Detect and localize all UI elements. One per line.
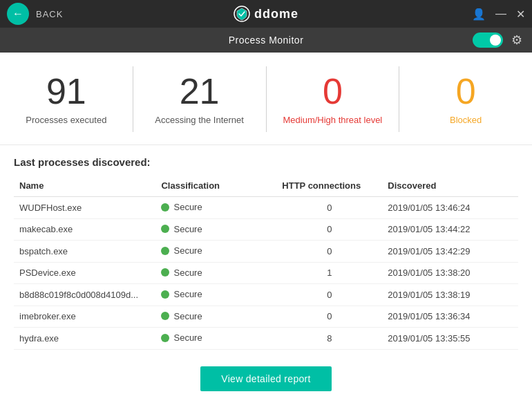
stat-label-blocked: Blocked [450,115,482,125]
table-header-row: Name Classification HTTP connections Dis… [14,176,518,197]
titlebar-actions: 👤 — ✕ [472,8,525,21]
minimize-icon[interactable]: — [495,8,506,20]
cell-discovered: 2019/01/05 13:42:29 [382,241,518,263]
cell-http: 0 [276,197,382,219]
table-row: PSDevice.exe Secure12019/01/05 13:38:20 [14,262,518,284]
cell-classification: Secure [155,306,276,328]
logo-area: ddome [234,6,298,22]
green-dot-icon [161,247,169,255]
cell-discovered: 2019/01/05 13:38:19 [382,284,518,306]
cell-http: 8 [276,328,382,350]
subtitlebar-title: Process Monitor [229,35,304,46]
processes-table: Name Classification HTTP connections Dis… [14,176,518,350]
stat-label-threat: Medium/High threat level [283,115,382,125]
user-icon[interactable]: 👤 [472,8,486,21]
secure-badge: Secure [161,202,202,212]
cell-name: b8d88c019f8c0d008d4109d... [14,284,155,306]
cell-classification: Secure [155,262,276,284]
logo-icon [234,6,250,22]
cell-http: 0 [276,241,382,263]
green-dot-icon [161,334,169,342]
stats-row: 91 Processes executed 21 Accessing the I… [0,53,532,145]
stat-processes-executed: 91 Processes executed [0,66,133,132]
subtitlebar-actions: ⚙ [473,32,522,48]
stat-number-internet: 21 [180,73,220,109]
secure-badge: Secure [161,311,202,321]
stat-label-internet: Accessing the Internet [155,115,244,125]
table-row: imebroker.exe Secure02019/01/05 13:36:34 [14,306,518,328]
gear-icon[interactable]: ⚙ [511,32,522,48]
cell-discovered: 2019/01/05 13:36:34 [382,306,518,328]
cell-name: PSDevice.exe [14,262,155,284]
stat-blocked: 0 Blocked [399,66,532,132]
col-header-name: Name [14,176,155,197]
cell-classification: Secure [155,241,276,263]
cell-name: makecab.exe [14,218,155,241]
toggle-knob [490,35,501,46]
col-header-discovered: Discovered [382,176,518,197]
green-dot-icon [161,225,169,233]
green-dot-icon [161,312,169,320]
col-header-http: HTTP connections [276,176,382,197]
cell-discovered: 2019/01/05 13:35:55 [382,328,518,350]
cell-http: 1 [276,262,382,284]
secure-badge: Secure [161,289,202,299]
back-button[interactable]: ← [7,3,29,25]
stat-number-threat: 0 [323,73,343,109]
toggle-switch[interactable] [473,32,503,48]
cell-name: imebroker.exe [14,306,155,328]
section-title: Last processes discovered: [14,156,518,168]
table-row: makecab.exe Secure02019/01/05 13:44:22 [14,218,518,241]
cell-http: 0 [276,284,382,306]
cell-http: 0 [276,306,382,328]
processes-section: Last processes discovered: Name Classifi… [0,145,532,357]
stat-accessing-internet: 21 Accessing the Internet [133,66,267,132]
back-arrow-icon: ← [12,8,23,20]
cell-discovered: 2019/01/05 13:46:24 [382,197,518,219]
stat-number-blocked: 0 [456,73,476,109]
stat-label-processes: Processes executed [26,115,106,125]
cell-http: 0 [276,218,382,241]
cell-discovered: 2019/01/05 13:44:22 [382,218,518,241]
cell-name: bspatch.exe [14,241,155,263]
secure-badge: Secure [161,268,202,278]
table-row: bspatch.exe Secure02019/01/05 13:42:29 [14,241,518,263]
cell-name: hydra.exe [14,328,155,350]
close-icon[interactable]: ✕ [516,8,525,21]
back-label: BACK [36,9,63,19]
green-dot-icon [161,290,169,299]
cell-name: WUDFHost.exe [14,197,155,219]
cell-classification: Secure [155,197,276,219]
cell-classification: Secure [155,284,276,306]
table-row: hydra.exe Secure82019/01/05 13:35:55 [14,328,518,350]
secure-badge: Secure [161,224,202,234]
green-dot-icon [161,203,169,212]
stat-number-processes: 91 [46,73,86,109]
cell-discovered: 2019/01/05 13:38:20 [382,262,518,284]
stat-threat-level: 0 Medium/High threat level [267,66,400,132]
cell-classification: Secure [155,328,276,350]
secure-badge: Secure [161,245,202,256]
table-row: b8d88c019f8c0d008d4109d... Secure02019/0… [14,284,518,306]
col-header-classification: Classification [155,176,276,197]
cell-classification: Secure [155,218,276,241]
logo-text: ddome [254,7,298,21]
view-report-button[interactable]: View detailed report [200,366,331,391]
bottom-area: View detailed report [0,357,532,395]
green-dot-icon [161,268,169,276]
secure-badge: Secure [161,332,202,343]
table-row: WUDFHost.exe Secure02019/01/05 13:46:24 [14,197,518,219]
titlebar: ← BACK ddome 👤 — ✕ [0,0,532,28]
subtitlebar: Process Monitor ⚙ [0,28,532,53]
main-content: 91 Processes executed 21 Accessing the I… [0,53,532,394]
